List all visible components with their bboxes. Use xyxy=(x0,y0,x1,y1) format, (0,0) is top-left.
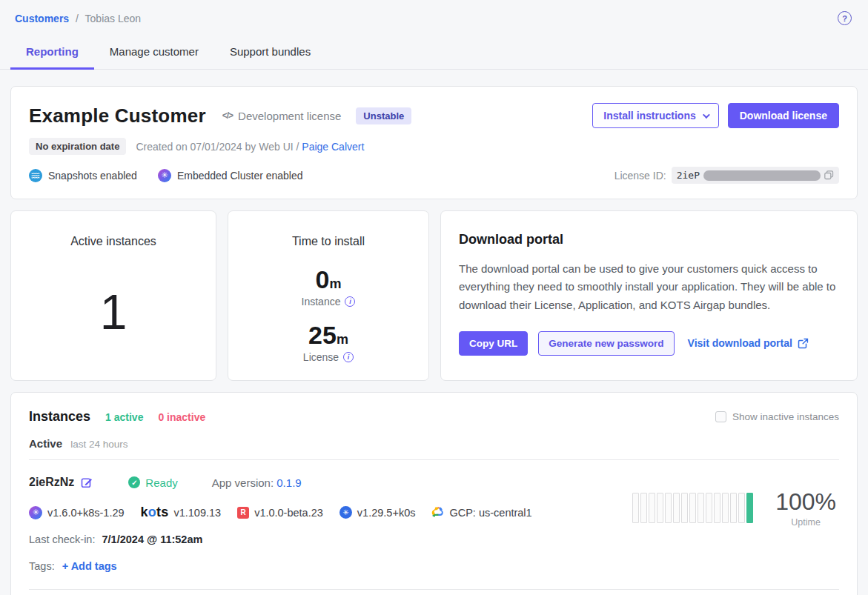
instance-install-unit: m xyxy=(329,276,341,291)
code-icon: </> xyxy=(222,110,233,121)
active-instances-title: Active instances xyxy=(29,235,198,248)
version-kots: kots v1.109.13 xyxy=(141,505,222,520)
customer-header-card: Example Customer </> Development license… xyxy=(10,86,858,199)
license-install-label: License xyxy=(303,351,339,363)
active-instances-value: 1 xyxy=(29,284,198,340)
tab-reporting[interactable]: Reporting xyxy=(10,36,94,69)
copy-icon[interactable] xyxy=(824,170,834,180)
last-checkin-value: 7/1/2024 @ 11:52am xyxy=(102,533,203,545)
version-label: v1.6.0+k8s-1.29 xyxy=(47,507,125,519)
visit-download-portal-label: Visit download portal xyxy=(688,337,792,349)
tab-manage-customer[interactable]: Manage customer xyxy=(94,36,214,69)
active-instances-card: Active instances 1 xyxy=(10,210,216,381)
uptime-bar xyxy=(714,493,720,523)
license-type: </> Development license xyxy=(222,110,342,122)
top-bar: Customers / Tobias Leon ? xyxy=(0,0,868,30)
instance-install-label-row: Instance i xyxy=(246,296,411,308)
license-install-unit: m xyxy=(337,332,348,347)
uptime-label: Uptime xyxy=(791,517,821,528)
uptime-bar xyxy=(706,493,712,523)
tab-bar: Reporting Manage customer Support bundle… xyxy=(0,36,868,70)
expiration-badge: No expiration date xyxy=(29,138,126,155)
info-icon[interactable]: i xyxy=(343,352,354,362)
active-section-label: Active xyxy=(29,437,62,450)
install-instructions-button[interactable]: Install instructions xyxy=(592,103,718,128)
chevron-down-icon xyxy=(703,111,710,119)
check-icon: ✓ xyxy=(128,476,140,488)
generate-password-button[interactable]: Generate new password xyxy=(538,331,674,356)
gcp-icon xyxy=(431,506,444,519)
instance-install-time: 0m xyxy=(246,265,411,294)
show-inactive-checkbox[interactable] xyxy=(715,411,726,422)
uptime-bar xyxy=(632,493,639,523)
download-license-button[interactable]: Download license xyxy=(728,103,839,128)
license-type-label: Development license xyxy=(238,110,341,122)
version-label: GCP: us-central1 xyxy=(449,507,531,519)
inactive-count: 0 inactive xyxy=(158,411,205,423)
kubernetes-icon: ✳ xyxy=(339,506,352,519)
version-embedded-cluster: ✳ v1.6.0+k8s-1.29 xyxy=(29,506,125,519)
version-replicated: R v1.0.0-beta.23 xyxy=(237,507,323,519)
license-id-label: License ID: xyxy=(614,170,666,182)
app-version: App version: 0.1.9 xyxy=(212,476,302,489)
feature-snapshots-label: Snapshots enabled xyxy=(48,170,137,182)
show-inactive-label: Show inactive instances xyxy=(732,411,839,422)
uptime-bar xyxy=(657,493,663,523)
uptime-bar xyxy=(681,493,688,523)
help-icon[interactable]: ? xyxy=(838,11,852,25)
active-section-header: Active last 24 hours xyxy=(29,437,839,450)
license-install-label-row: License i xyxy=(246,351,411,363)
feature-snapshots: Snapshots enabled xyxy=(29,169,137,182)
created-by-link[interactable]: Paige Calvert xyxy=(302,141,364,153)
add-tags-link[interactable]: + Add tags xyxy=(62,560,117,572)
instance-status: ✓ Ready xyxy=(128,476,177,489)
active-count: 1 active xyxy=(105,411,143,423)
license-id-redacted xyxy=(703,170,821,181)
visit-download-portal-link[interactable]: Visit download portal xyxy=(688,337,809,349)
time-to-install-title: Time to install xyxy=(246,235,411,248)
show-inactive-toggle[interactable]: Show inactive instances xyxy=(715,411,839,422)
breadcrumb-customers-link[interactable]: Customers xyxy=(15,13,69,24)
download-portal-description: The download portal can be used to give … xyxy=(459,260,839,314)
instances-title: Instances xyxy=(29,409,90,425)
uptime-block: 100% Uptime xyxy=(632,488,836,528)
feature-embedded-cluster: ✳ Embedded Cluster enabled xyxy=(158,169,303,182)
channel-badge: Unstable xyxy=(356,107,411,124)
time-to-install-card: Time to install 0m Instance i 25m Licens… xyxy=(228,210,429,381)
tab-support-bundles[interactable]: Support bundles xyxy=(214,36,326,69)
instance-row: 2ieRzNz ✓ Ready App version: 0.1.9 ✳ v1.… xyxy=(29,460,839,572)
replicated-icon: R xyxy=(237,507,249,519)
snapshots-icon xyxy=(29,169,42,182)
license-id-prefix: 2ieP xyxy=(677,170,700,181)
app-version-label: App version: xyxy=(212,476,274,489)
copy-url-button[interactable]: Copy URL xyxy=(459,331,528,356)
uptime-bars xyxy=(632,493,753,523)
uptime-bar xyxy=(738,493,745,523)
license-id-field: 2ieP xyxy=(672,167,839,184)
customer-name: Example Customer xyxy=(29,104,206,127)
kots-logo-icon: kots xyxy=(141,505,169,520)
uptime-bar xyxy=(665,493,672,523)
embedded-cluster-icon: ✳ xyxy=(158,169,171,182)
instance-status-label: Ready xyxy=(145,476,177,489)
active-section-sublabel: last 24 hours xyxy=(70,439,127,450)
external-link-icon xyxy=(798,338,809,349)
uptime-bar xyxy=(689,493,696,523)
last-checkin-label: Last check-in: xyxy=(29,533,95,545)
uptime-bar xyxy=(673,493,680,523)
uptime-bar xyxy=(746,493,753,523)
info-icon[interactable]: i xyxy=(345,296,355,307)
breadcrumb-separator: / xyxy=(76,13,79,24)
divider xyxy=(29,589,839,590)
created-text: Created on 07/01/2024 by Web UI / Paige … xyxy=(136,141,364,153)
version-gcp: GCP: us-central1 xyxy=(431,506,531,519)
last-checkin: Last check-in: 7/1/2024 @ 11:52am xyxy=(29,533,839,545)
instances-card: Instances 1 active 0 inactive Show inact… xyxy=(10,392,858,595)
main-content: Example Customer </> Development license… xyxy=(0,86,868,595)
uptime-bar xyxy=(722,493,729,523)
tags-label: Tags: xyxy=(29,560,55,572)
instance-install-value: 0 xyxy=(316,265,330,293)
app-version-link[interactable]: 0.1.9 xyxy=(276,476,301,489)
edit-icon[interactable] xyxy=(81,476,93,488)
breadcrumb: Customers / Tobias Leon xyxy=(15,13,141,24)
